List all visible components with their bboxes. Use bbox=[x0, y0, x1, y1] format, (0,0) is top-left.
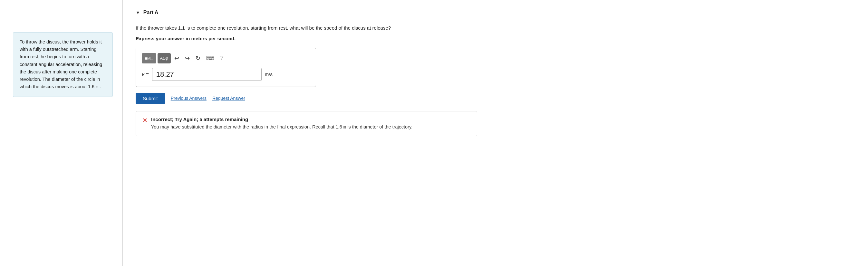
undo-button[interactable]: ↩ bbox=[172, 53, 181, 63]
keyboard-icon: ⌨ bbox=[206, 55, 215, 62]
question-text: If the thrower takes 1.1 s to complete o… bbox=[136, 25, 855, 32]
problem-unit-m: m bbox=[96, 85, 98, 90]
formula-button[interactable]: ■√□ bbox=[142, 53, 156, 63]
greek-button[interactable]: ΑΣφ bbox=[158, 53, 171, 63]
express-instruction: Express your answer in meters per second… bbox=[136, 36, 855, 41]
incorrect-icon: ✕ bbox=[143, 117, 147, 124]
redo-button[interactable]: ↪ bbox=[183, 53, 192, 63]
problem-box: To throw the discus, the thrower holds i… bbox=[13, 32, 113, 97]
problem-text: To throw the discus, the thrower holds i… bbox=[20, 39, 102, 89]
help-icon: ? bbox=[220, 55, 224, 62]
undo-icon: ↩ bbox=[174, 55, 179, 62]
request-answer-button[interactable]: Request Answer bbox=[212, 96, 245, 101]
answer-box: ■√□ ΑΣφ ↩ ↪ ↻ ⌨ ? v = m/s bbox=[136, 48, 316, 87]
part-title: Part A bbox=[144, 10, 158, 15]
actions-row: Submit Previous Answers Request Answer bbox=[136, 93, 855, 104]
feedback-box: ✕ Incorrect; Try Again; 5 attempts remai… bbox=[136, 111, 477, 136]
problem-text-2: . bbox=[100, 84, 101, 89]
var-label: v = bbox=[142, 71, 149, 77]
right-panel: ▼ Part A If the thrower takes 1.1 s to c… bbox=[123, 0, 868, 266]
unit-label: m/s bbox=[265, 71, 273, 77]
feedback-header: ✕ Incorrect; Try Again; 5 attempts remai… bbox=[143, 117, 470, 131]
feedback-content: Incorrect; Try Again; 5 attempts remaini… bbox=[151, 117, 470, 131]
feedback-body-2: is the diameter of the trajectory. bbox=[347, 124, 412, 129]
submit-button[interactable]: Submit bbox=[136, 93, 165, 104]
left-panel: To throw the discus, the thrower holds i… bbox=[0, 0, 122, 266]
feedback-body: You may have substituted the diameter wi… bbox=[151, 124, 470, 131]
feedback-body-1: You may have substituted the diameter wi… bbox=[151, 124, 342, 129]
keyboard-button[interactable]: ⌨ bbox=[204, 53, 217, 63]
input-row: v = m/s bbox=[142, 68, 310, 81]
formula-icon: ■√□ bbox=[145, 56, 153, 61]
feedback-title: Incorrect; Try Again; 5 attempts remaini… bbox=[151, 117, 470, 122]
answer-input[interactable] bbox=[152, 68, 261, 81]
redo-icon: ↪ bbox=[185, 55, 190, 62]
feedback-body-unit: m bbox=[343, 125, 346, 130]
toolbar: ■√□ ΑΣφ ↩ ↪ ↻ ⌨ ? bbox=[142, 53, 310, 63]
refresh-icon: ↻ bbox=[195, 55, 200, 62]
part-header: ▼ Part A bbox=[136, 10, 855, 15]
help-button[interactable]: ? bbox=[218, 53, 226, 63]
refresh-button[interactable]: ↻ bbox=[193, 53, 203, 63]
part-arrow[interactable]: ▼ bbox=[136, 10, 140, 15]
previous-answers-button[interactable]: Previous Answers bbox=[171, 96, 207, 101]
